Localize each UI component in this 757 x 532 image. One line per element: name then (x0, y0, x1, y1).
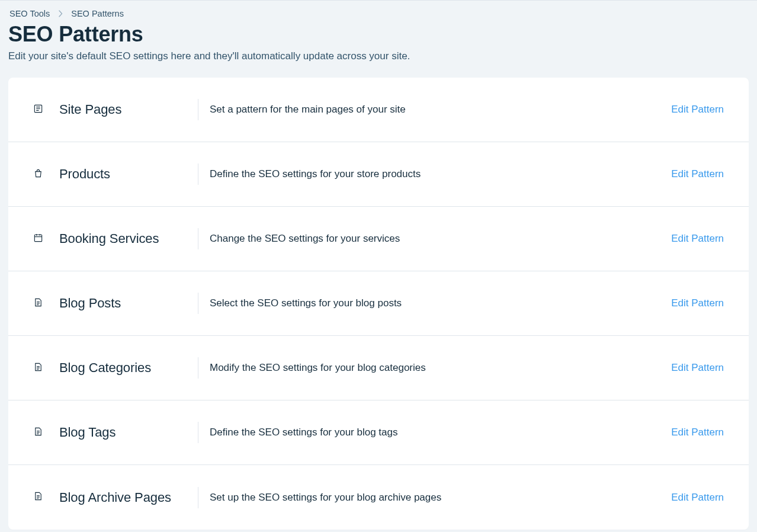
breadcrumb-current: SEO Patterns (71, 9, 124, 18)
pattern-description: Set up the SEO settings for your blog ar… (207, 492, 671, 504)
breadcrumb: SEO Tools SEO Patterns (9, 9, 749, 18)
pattern-title: Blog Categories (59, 360, 151, 375)
document-icon (33, 427, 43, 439)
pattern-description: Modify the SEO settings for your blog ca… (207, 362, 671, 374)
pattern-title: Blog Tags (59, 425, 116, 440)
patterns-card: Site Pages Set a pattern for the main pa… (8, 78, 749, 530)
breadcrumb-link-seo-tools[interactable]: SEO Tools (9, 9, 50, 18)
pattern-row-blog-tags: Blog Tags Define the SEO settings for yo… (8, 400, 749, 465)
bag-icon (33, 168, 43, 181)
divider (198, 422, 198, 443)
pattern-title: Blog Posts (59, 296, 121, 310)
divider (198, 487, 198, 508)
pattern-row-site-pages: Site Pages Set a pattern for the main pa… (8, 78, 749, 142)
pattern-row-booking-services: Booking Services Change the SEO settings… (8, 207, 749, 271)
pattern-title: Site Pages (59, 102, 121, 117)
pattern-row-blog-archive-pages: Blog Archive Pages Set up the SEO settin… (8, 465, 749, 530)
document-icon (33, 491, 43, 504)
pattern-title: Blog Archive Pages (59, 490, 171, 505)
edit-pattern-button[interactable]: Edit Pattern (671, 168, 724, 180)
page-subtitle: Edit your site's default SEO settings he… (8, 50, 749, 62)
divider (198, 228, 198, 249)
pattern-description: Select the SEO settings for your blog po… (207, 297, 671, 309)
divider (198, 357, 198, 379)
page-icon (33, 104, 43, 116)
edit-pattern-button[interactable]: Edit Pattern (671, 492, 724, 503)
edit-pattern-button[interactable]: Edit Pattern (671, 297, 724, 309)
divider (198, 293, 198, 314)
edit-pattern-button[interactable]: Edit Pattern (671, 233, 724, 244)
page-title: SEO Patterns (8, 22, 749, 47)
edit-pattern-button[interactable]: Edit Pattern (671, 362, 724, 373)
pattern-description: Define the SEO settings for your blog ta… (207, 427, 671, 438)
pattern-title: Products (59, 166, 110, 181)
chevron-right-icon (58, 10, 63, 17)
calendar-icon (33, 233, 43, 245)
document-icon (33, 297, 43, 310)
pattern-row-products: Products Define the SEO settings for you… (8, 142, 749, 207)
divider (198, 164, 198, 185)
edit-pattern-button[interactable]: Edit Pattern (671, 427, 724, 438)
pattern-description: Set a pattern for the main pages of your… (207, 104, 671, 116)
pattern-row-blog-categories: Blog Categories Modify the SEO settings … (8, 336, 749, 400)
pattern-row-blog-posts: Blog Posts Select the SEO settings for y… (8, 271, 749, 336)
divider (198, 99, 198, 120)
pattern-description: Define the SEO settings for your store p… (207, 168, 671, 180)
document-icon (33, 362, 43, 374)
edit-pattern-button[interactable]: Edit Pattern (671, 104, 724, 115)
svg-rect-4 (34, 235, 41, 241)
pattern-title: Booking Services (59, 231, 159, 246)
pattern-description: Change the SEO settings for your service… (207, 233, 671, 245)
